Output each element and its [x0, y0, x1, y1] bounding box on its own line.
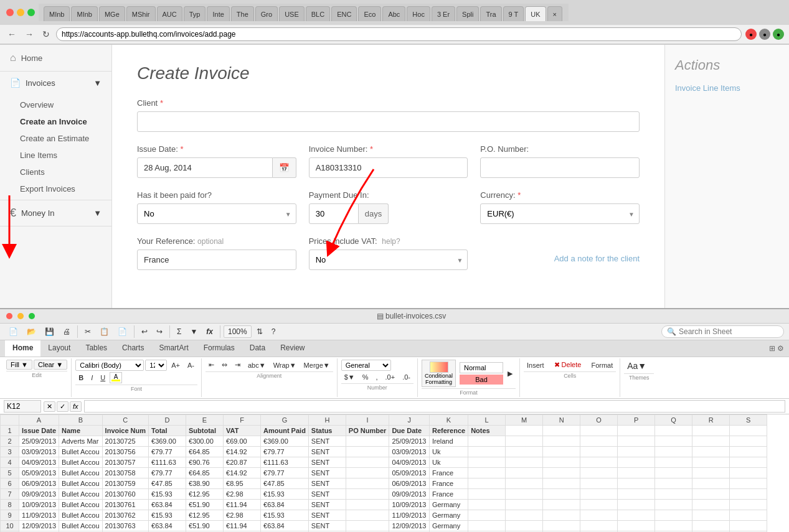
- empty-cell-10-12[interactable]: [506, 521, 543, 528]
- cell-5-5[interactable]: €14.92: [224, 468, 261, 478]
- cell-10-2[interactable]: 20130763: [102, 521, 148, 528]
- empty-header-18[interactable]: [730, 426, 767, 436]
- cell-10-4[interactable]: €51.90: [186, 521, 224, 528]
- browser-tab[interactable]: 3 Er: [432, 6, 455, 21]
- empty-cell-9-14[interactable]: [580, 510, 618, 521]
- forward-button[interactable]: →: [22, 28, 36, 40]
- empty-cell-8-14[interactable]: [580, 500, 618, 510]
- payment-due-input[interactable]: [309, 203, 359, 224]
- cell-7-8[interactable]: [346, 489, 389, 500]
- empty-cell-9-13[interactable]: [543, 510, 580, 521]
- calendar-button[interactable]: 📅: [273, 157, 296, 178]
- comma-btn[interactable]: ,: [372, 372, 380, 382]
- cell-5-10[interactable]: France: [429, 468, 468, 478]
- cell-3-9[interactable]: 03/09/2013: [389, 447, 430, 457]
- browser-tab[interactable]: Tra: [480, 6, 501, 21]
- header-cell-5[interactable]: VAT: [224, 426, 261, 436]
- bold-btn[interactable]: B: [75, 373, 87, 383]
- percent-btn[interactable]: %: [359, 372, 372, 382]
- empty-cell-9-17[interactable]: [692, 510, 730, 521]
- cell-8-1[interactable]: Bullet Accou: [59, 500, 103, 510]
- empty-cell-5-12[interactable]: [506, 468, 543, 478]
- empty-cell-2-15[interactable]: [618, 436, 655, 447]
- cell-6-1[interactable]: Bullet Accou: [59, 478, 103, 489]
- empty-cell-5-13[interactable]: [543, 468, 580, 478]
- format-bad-box[interactable]: Bad: [460, 375, 503, 385]
- empty-header-13[interactable]: [543, 426, 580, 436]
- ribbon-redo-btn[interactable]: ↪: [153, 325, 166, 338]
- empty-cell-5-14[interactable]: [580, 468, 618, 478]
- cell-4-0[interactable]: 04/09/2013: [19, 457, 59, 468]
- font-smaller-btn[interactable]: A-: [184, 360, 197, 370]
- cell-9-7[interactable]: SENT: [308, 510, 346, 521]
- empty-cell-2-13[interactable]: [543, 436, 580, 447]
- cell-2-9[interactable]: 25/09/2013: [389, 436, 430, 447]
- cell-3-5[interactable]: €14.92: [224, 447, 261, 457]
- browser-tab[interactable]: Spli: [456, 6, 479, 21]
- font-larger-btn[interactable]: A+: [168, 360, 183, 370]
- cell-10-1[interactable]: Bullet Accou: [59, 521, 103, 528]
- align-right-btn[interactable]: ⇥: [232, 360, 243, 370]
- cell-6-2[interactable]: 20130759: [102, 478, 148, 489]
- underline-btn[interactable]: U: [97, 373, 108, 383]
- number-format-select[interactable]: General: [341, 360, 391, 371]
- browser-tab[interactable]: Gro: [255, 6, 278, 21]
- empty-cell-3-16[interactable]: [655, 447, 692, 457]
- empty-cell-6-16[interactable]: [655, 478, 692, 489]
- ss-max-dot[interactable]: [29, 313, 35, 319]
- cell-6-6[interactable]: €47.85: [261, 478, 309, 489]
- col-header-E[interactable]: E: [186, 415, 224, 426]
- invoice-number-input[interactable]: [309, 157, 468, 178]
- header-cell-11[interactable]: Notes: [468, 426, 506, 436]
- empty-cell-3-18[interactable]: [730, 447, 767, 457]
- sidebar-invoices-header[interactable]: 📄 Invoices ▼: [0, 72, 111, 94]
- empty-cell-2-18[interactable]: [730, 436, 767, 447]
- empty-cell-10-16[interactable]: [655, 521, 692, 528]
- col-header-K[interactable]: K: [429, 415, 468, 426]
- cell-3-0[interactable]: 03/09/2013: [19, 447, 59, 457]
- empty-cell-3-12[interactable]: [506, 447, 543, 457]
- cell-2-3[interactable]: €369.00: [149, 436, 186, 447]
- cell-4-2[interactable]: 20130757: [102, 457, 148, 468]
- cell-8-5[interactable]: €11.94: [224, 500, 261, 510]
- empty-cell-4-15[interactable]: [618, 457, 655, 468]
- cell-8-6[interactable]: €63.84: [261, 500, 309, 510]
- refresh-button[interactable]: ↻: [40, 28, 52, 40]
- empty-cell-8-17[interactable]: [692, 500, 730, 510]
- cell-3-4[interactable]: €64.85: [186, 447, 224, 457]
- reference-input[interactable]: [137, 250, 296, 270]
- empty-cell-7-16[interactable]: [655, 489, 692, 500]
- empty-header-14[interactable]: [580, 426, 618, 436]
- cell-8-9[interactable]: 10/09/2013: [389, 500, 430, 510]
- browser-tab[interactable]: Typ: [184, 6, 206, 21]
- ribbon-paste-btn[interactable]: 📄: [114, 325, 131, 338]
- cell-7-11[interactable]: [468, 489, 506, 500]
- col-header-P[interactable]: P: [618, 415, 655, 426]
- cell-7-9[interactable]: 09/09/2013: [389, 489, 430, 500]
- header-cell-9[interactable]: Due Date: [389, 426, 430, 436]
- cell-4-6[interactable]: €111.63: [261, 457, 309, 468]
- col-header-M[interactable]: M: [506, 415, 543, 426]
- browser-tab[interactable]: ENC: [331, 6, 357, 21]
- decimal-inc-btn[interactable]: .0+: [382, 372, 399, 382]
- col-header-L[interactable]: L: [468, 415, 506, 426]
- empty-cell-7-17[interactable]: [692, 489, 730, 500]
- empty-cell-4-14[interactable]: [580, 457, 618, 468]
- empty-cell-10-17[interactable]: [692, 521, 730, 528]
- cell-5-6[interactable]: €79.77: [261, 468, 309, 478]
- sidebar-item-overview[interactable]: Overview: [0, 96, 111, 113]
- ss-close-dot[interactable]: [6, 313, 12, 319]
- sidebar-item-create-invoice[interactable]: Create an Invoice: [0, 113, 111, 130]
- cell-10-0[interactable]: 12/09/2013: [19, 521, 59, 528]
- cell-2-8[interactable]: [346, 436, 389, 447]
- cell-4-8[interactable]: [346, 457, 389, 468]
- format-cells-btn[interactable]: Format: [588, 360, 616, 370]
- cell-7-5[interactable]: €2.98: [224, 489, 261, 500]
- cell-5-7[interactable]: SENT: [308, 468, 346, 478]
- maximize-button[interactable]: [27, 9, 35, 16]
- cell-2-5[interactable]: €69.00: [224, 436, 261, 447]
- cell-9-11[interactable]: [468, 510, 506, 521]
- ribbon-expand-btn[interactable]: ⊞ ⚙: [769, 344, 784, 353]
- formula-fx-btn[interactable]: fx: [70, 401, 82, 412]
- browser-tab[interactable]: Inte: [207, 6, 229, 21]
